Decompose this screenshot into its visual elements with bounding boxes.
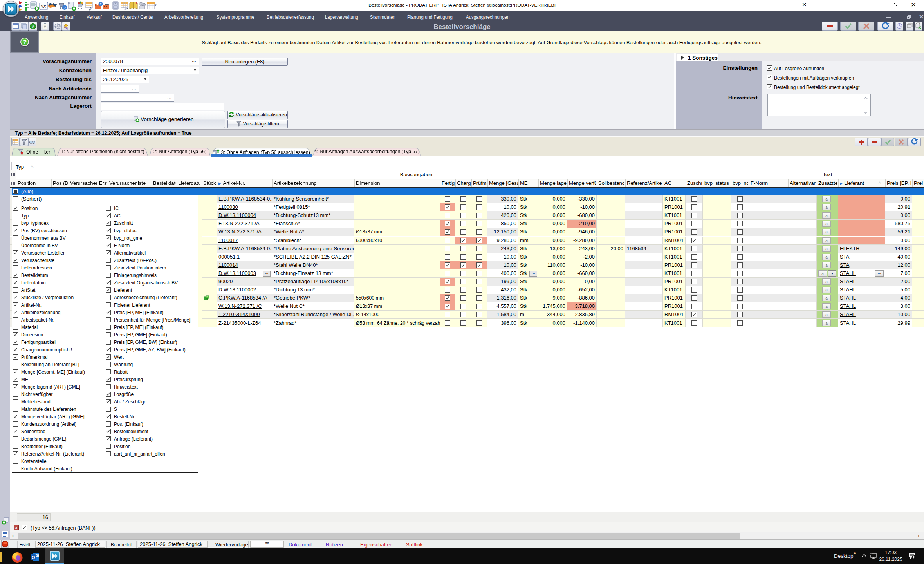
svg-text:?: ? — [32, 24, 34, 29]
svg-text:O: O — [32, 555, 35, 560]
svg-text:?: ? — [64, 6, 66, 10]
svg-text:?: ? — [100, 2, 102, 6]
svg-text:√x: √x — [41, 3, 46, 9]
